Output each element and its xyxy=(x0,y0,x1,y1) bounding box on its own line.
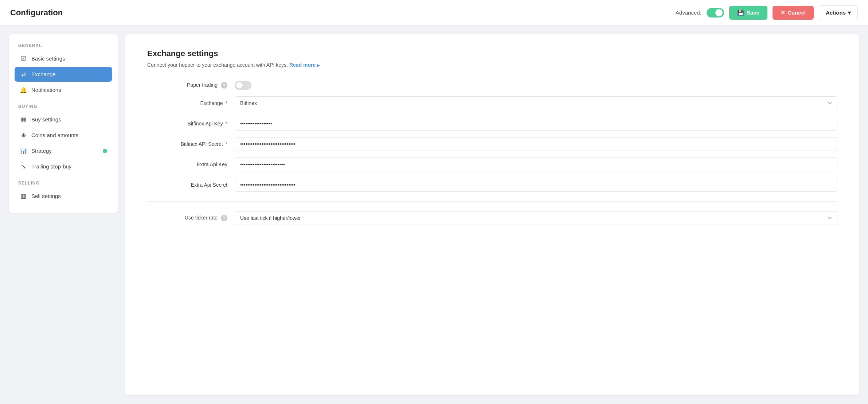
paper-trading-control xyxy=(235,81,837,90)
coins-icon: ⊕ xyxy=(20,132,27,139)
sidebar-item-label: Buy settings xyxy=(31,116,61,123)
save-icon: 💾 xyxy=(737,9,744,16)
sidebar-item-coins-amounts[interactable]: ⊕ Coins and amounts xyxy=(15,128,112,143)
actions-button[interactable]: Actions ▾ xyxy=(819,5,858,20)
sidebar-item-exchange[interactable]: ⇄ Exchange xyxy=(15,67,112,82)
advanced-toggle-switch[interactable] xyxy=(707,8,724,18)
main-layout: GENERAL ☑ Basic settings ⇄ Exchange 🔔 No… xyxy=(0,26,868,404)
exchange-icon: ⇄ xyxy=(20,71,27,78)
ticker-rate-control: Use last tick if higher/lower Always use… xyxy=(235,211,837,225)
extra-api-secret-input[interactable] xyxy=(235,178,837,192)
sidebar-item-strategy[interactable]: 📊 Strategy xyxy=(15,143,112,158)
exchange-control: Bitfinex Binance Kraken Coinbase xyxy=(235,96,837,110)
paper-trading-toggle[interactable] xyxy=(235,81,251,90)
sidebar-buying-label: BUYING xyxy=(15,104,112,109)
advanced-toggle[interactable] xyxy=(707,8,724,18)
sidebar-item-notifications[interactable]: 🔔 Notifications xyxy=(15,82,112,97)
bell-icon: 🔔 xyxy=(20,86,27,93)
cancel-label: Cancel xyxy=(788,9,806,16)
header: Configuration Advanced: 💾 Save ✕ Cancel … xyxy=(0,0,868,26)
extra-api-key-input[interactable] xyxy=(235,158,837,171)
buy-settings-icon: ▦ xyxy=(20,116,27,123)
sidebar-item-sell-settings[interactable]: ▦ Sell settings xyxy=(15,189,112,203)
advanced-label: Advanced: xyxy=(676,9,701,16)
api-secret-required-star: * xyxy=(226,141,227,147)
subtitle-text: Connect your hopper to your exchange acc… xyxy=(147,62,288,68)
exchange-settings-title: Exchange settings xyxy=(147,49,837,58)
exchange-settings-subtitle: Connect your hopper to your exchange acc… xyxy=(147,62,837,68)
cancel-button[interactable]: ✕ Cancel xyxy=(773,6,814,20)
api-key-row: Bitfinex Api Key * xyxy=(147,117,837,131)
exchange-field-label: Exchange * xyxy=(147,100,227,106)
sidebar-item-trailing-stop-buy[interactable]: ↘ Trailing stop-buy xyxy=(15,159,112,174)
sidebar-item-basic-settings[interactable]: ☑ Basic settings xyxy=(15,51,112,66)
extra-api-secret-control xyxy=(235,178,837,192)
sidebar: GENERAL ☑ Basic settings ⇄ Exchange 🔔 No… xyxy=(9,34,118,213)
api-secret-input[interactable] xyxy=(235,137,837,151)
strategy-badge xyxy=(103,149,107,153)
extra-api-key-row: Extra Api Key xyxy=(147,158,837,171)
exchange-row: Exchange * Bitfinex Binance Kraken Coinb… xyxy=(147,96,837,110)
api-key-control xyxy=(235,117,837,131)
api-key-label: Bitfinex Api Key * xyxy=(147,121,227,127)
actions-label: Actions xyxy=(826,9,846,16)
save-label: Save xyxy=(747,9,759,16)
paper-trading-row: Paper trading ? xyxy=(147,81,837,90)
sell-settings-icon: ▦ xyxy=(20,193,27,199)
ticker-rate-help-icon[interactable]: ? xyxy=(221,215,227,221)
save-button[interactable]: 💾 Save xyxy=(729,6,767,20)
strategy-icon: 📊 xyxy=(20,147,27,154)
sidebar-item-label: Sell settings xyxy=(31,193,61,199)
sidebar-item-buy-settings[interactable]: ▦ Buy settings xyxy=(15,112,112,127)
extra-api-key-label: Extra Api Key xyxy=(147,162,227,167)
ticker-rate-label: Use ticker rate ? xyxy=(147,215,227,221)
extra-api-secret-row: Extra Api Secret xyxy=(147,178,837,192)
chevron-down-icon: ▾ xyxy=(848,9,851,16)
trailing-icon: ↘ xyxy=(20,163,27,170)
api-secret-control xyxy=(235,137,837,151)
sidebar-item-label: Coins and amounts xyxy=(31,132,78,138)
paper-trading-help-icon[interactable]: ? xyxy=(221,82,227,89)
sidebar-selling-label: SELLING xyxy=(15,180,112,186)
content-area: Exchange settings Connect your hopper to… xyxy=(125,34,859,395)
ticker-rate-select[interactable]: Use last tick if higher/lower Always use… xyxy=(235,211,837,225)
sidebar-item-label: Strategy xyxy=(31,148,52,154)
header-actions: Advanced: 💾 Save ✕ Cancel Actions ▾ xyxy=(676,5,858,20)
exchange-required-star: * xyxy=(226,100,227,106)
read-more-link[interactable]: Read more xyxy=(289,62,320,68)
sidebar-item-label: Trailing stop-buy xyxy=(31,163,71,170)
api-key-input[interactable] xyxy=(235,117,837,131)
exchange-select[interactable]: Bitfinex Binance Kraken Coinbase xyxy=(235,96,837,110)
sidebar-general-label: GENERAL xyxy=(15,43,112,48)
api-secret-row: Bitfinex API Secret * xyxy=(147,137,837,151)
checkbox-icon: ☑ xyxy=(20,55,27,62)
sidebar-item-label: Basic settings xyxy=(31,55,65,62)
divider xyxy=(147,201,837,202)
cancel-icon: ✕ xyxy=(781,9,785,16)
sidebar-item-label: Notifications xyxy=(31,87,61,93)
api-secret-label: Bitfinex API Secret * xyxy=(147,141,227,147)
api-key-required-star: * xyxy=(226,121,227,127)
extra-api-key-control xyxy=(235,158,837,171)
extra-api-secret-label: Extra Api Secret xyxy=(147,182,227,188)
page-title: Configuration xyxy=(10,8,63,18)
paper-trading-label: Paper trading ? xyxy=(147,82,227,89)
ticker-rate-row: Use ticker rate ? Use last tick if highe… xyxy=(147,211,837,225)
sidebar-item-label: Exchange xyxy=(31,71,56,77)
